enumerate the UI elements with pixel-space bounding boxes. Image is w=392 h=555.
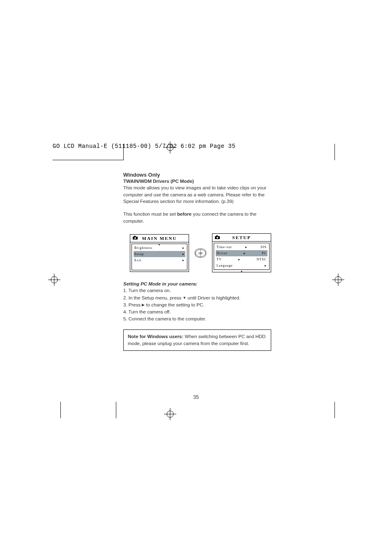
menu-item-label: Exit xyxy=(134,258,141,262)
scroll-down-icon: ▼ xyxy=(212,270,271,273)
setup-key: TV xyxy=(217,258,222,261)
step-2: 2. In the Setup menu, press ▼ until Driv… xyxy=(123,295,271,302)
main-menu-title: MAIN MENU xyxy=(130,235,189,242)
crop-mark-bl xyxy=(53,402,61,418)
crop-mark-tl xyxy=(53,152,123,160)
before-paragraph: This function must be set before you con… xyxy=(123,211,271,224)
step-2-a: 2. In the Setup menu, press xyxy=(123,295,182,300)
intro-paragraph: This mode allows you to view images and … xyxy=(123,184,271,205)
print-header: GO LCD Manual-E (511185-00) 5/7/02 6:02 … xyxy=(53,143,235,150)
arrow-right-icon: ▸ xyxy=(182,246,184,250)
step-1: 1. Turn the camera on. xyxy=(123,287,271,294)
before-text-a: This function must be set xyxy=(123,212,177,216)
menu-item-label: Setup xyxy=(134,252,144,256)
setup-row-timeout: Time-out▸30S xyxy=(216,244,267,250)
before-bold: before xyxy=(177,212,191,216)
registration-mark-left xyxy=(48,274,60,286)
svg-rect-13 xyxy=(134,236,136,237)
setup-key: Time-out xyxy=(217,245,232,249)
arrow-right-icon: ▸ xyxy=(244,251,246,255)
arrow-right-icon: ▸ xyxy=(265,264,267,267)
setup-key: Language xyxy=(217,264,233,267)
ok-button-icon: OK xyxy=(195,249,206,258)
setup-val: NTSC xyxy=(257,258,267,261)
arrow-right-icon: ▸ xyxy=(182,252,184,256)
crop-mark-bl2 xyxy=(116,402,116,418)
registration-mark-top xyxy=(164,141,176,154)
step-5: 5. Connect the camera to the computer. xyxy=(123,315,271,322)
menu-illustration-row: MAIN MENU ▲ Brightness▸ Setup▸ Exit▸ OK xyxy=(130,233,271,272)
arrow-right-icon: ▸ xyxy=(238,258,240,261)
setup-row-tv: TV▸NTSC xyxy=(216,256,267,263)
arrow-right-icon: ▸ xyxy=(182,258,184,262)
scroll-up-icon: ▲ xyxy=(158,243,161,246)
note-box: Note for Windows users: When switching b… xyxy=(123,329,271,351)
step-3: 3. Press ▶ to change the setting to PC. xyxy=(123,302,271,309)
svg-text:OK: OK xyxy=(198,252,203,255)
arrow-right-icon: ▸ xyxy=(245,245,247,249)
setting-pc-mode-heading: Setting PC Mode in your camera: xyxy=(123,281,271,286)
setup-key: Driver xyxy=(217,251,228,255)
svg-point-20 xyxy=(217,237,218,238)
step-4: 4. Turn the camera off. xyxy=(123,309,271,315)
page-content: Windows Only TWAIN/WDM Drivers (PC Mode)… xyxy=(123,172,271,351)
heading-twain-wdm: TWAIN/WDM Drivers (PC Mode) xyxy=(123,179,271,184)
setup-row-driver: Driver▸PC xyxy=(216,250,267,256)
note-bold: Note for Windows users: xyxy=(128,334,183,339)
setup-menu-box: SETUP Time-out▸30S Driver▸PC TV▸NTSC Lan… xyxy=(212,233,271,272)
registration-mark-bottom xyxy=(164,408,176,420)
main-menu-body: ▲ Brightness▸ Setup▸ Exit▸ xyxy=(131,244,187,270)
setup-row-language: Language▸ xyxy=(216,263,267,269)
setup-menu-title-text: SETUP xyxy=(232,235,251,240)
registration-mark-right xyxy=(332,274,344,286)
step-2-b: until Driver is highlighted. xyxy=(186,295,240,300)
camera-icon xyxy=(215,235,220,240)
page-number: 35 xyxy=(0,394,392,400)
menu-item-brightness: Brightness▸ xyxy=(134,245,185,251)
setup-val: PC xyxy=(262,251,267,255)
setup-val: 30S xyxy=(261,245,267,249)
svg-rect-19 xyxy=(216,235,218,237)
step-3-a: 3. Press xyxy=(123,302,142,307)
heading-windows-only: Windows Only xyxy=(123,172,271,178)
setup-menu-title: SETUP xyxy=(212,234,271,242)
crop-mark-tr xyxy=(334,144,343,160)
menu-item-exit: Exit▸ xyxy=(134,257,185,263)
step-3-b: to change the setting to PC. xyxy=(145,302,204,307)
camera-icon xyxy=(133,236,138,240)
main-menu-title-text: MAIN MENU xyxy=(142,236,177,241)
menu-item-label: Brightness xyxy=(134,246,152,250)
crop-mark-br xyxy=(334,402,343,418)
setup-menu-body: Time-out▸30S Driver▸PC TV▸NTSC Language▸ xyxy=(214,243,270,270)
main-menu-box: MAIN MENU ▲ Brightness▸ Setup▸ Exit▸ xyxy=(130,234,189,272)
steps-list: 1. Turn the camera on. 2. In the Setup m… xyxy=(123,287,271,322)
menu-item-setup: Setup▸ xyxy=(134,251,185,257)
svg-point-14 xyxy=(134,237,136,239)
